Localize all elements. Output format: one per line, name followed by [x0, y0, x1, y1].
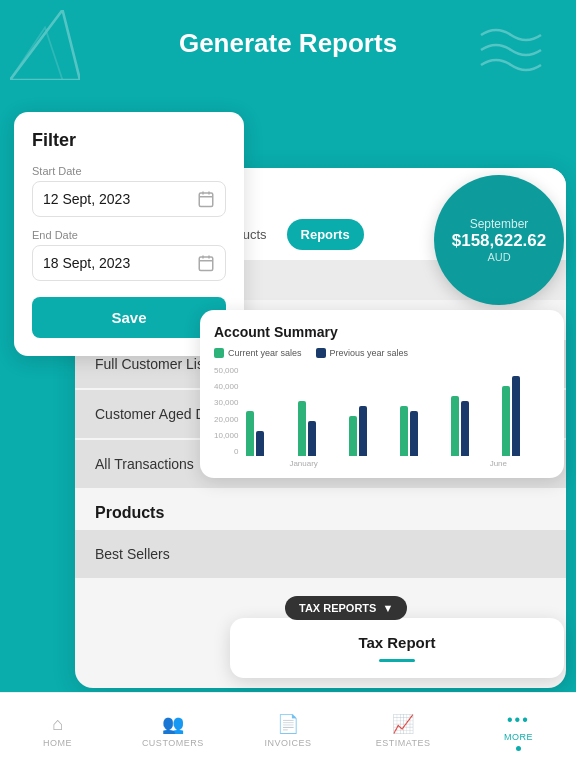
nav-more[interactable]: ••• MORE [461, 711, 576, 751]
x-label-jan: January [289, 459, 317, 468]
y-label-6: 0 [214, 447, 238, 456]
tab-reports[interactable]: Reports [287, 219, 364, 250]
september-label: September [470, 217, 529, 231]
tax-report-divider [379, 659, 415, 662]
end-date-label: End Date [32, 229, 226, 241]
legend-previous-label: Previous year sales [330, 348, 409, 358]
tax-reports-button[interactable]: TAX REPORTS ▼ [285, 596, 407, 620]
nav-estimates[interactable]: 📈 ESTIMATES [346, 713, 461, 748]
estimates-icon: 📈 [392, 713, 414, 735]
bar-navy-1 [256, 431, 264, 456]
filter-title: Filter [32, 130, 226, 151]
legend-navy-dot [316, 348, 326, 358]
bar-green-1 [246, 411, 254, 456]
y-label-3: 30,000 [214, 398, 238, 407]
start-date-label: Start Date [32, 165, 226, 177]
account-summary-card: Account Summary Current year sales Previ… [200, 310, 564, 478]
september-bubble: September $158,622.62 AUD [434, 175, 564, 305]
tax-report-title: Tax Report [246, 634, 548, 651]
bar-green-5 [451, 396, 459, 456]
chart-y-labels: 50,000 40,000 30,000 20,000 10,000 0 [214, 366, 238, 456]
bar-green-4 [400, 406, 408, 456]
bottom-nav: ⌂ HOME 👥 CUSTOMERS 📄 INVOICES 📈 ESTIMATE… [0, 692, 576, 768]
page-title: Generate Reports [0, 28, 576, 59]
bar-navy-2 [308, 421, 316, 456]
more-dots-icon: ••• [507, 711, 530, 729]
best-sellers-item[interactable]: Best Sellers [75, 530, 566, 578]
bar-group-5 [451, 396, 499, 456]
legend-row: Current year sales Previous year sales [214, 348, 550, 358]
september-amount: $158,622.62 [452, 231, 547, 251]
invoices-icon: 📄 [277, 713, 299, 735]
end-date-value: 18 Sept, 2023 [43, 255, 130, 271]
end-date-calendar-icon [197, 254, 215, 272]
nav-home[interactable]: ⌂ HOME [0, 714, 115, 748]
home-icon: ⌂ [52, 714, 63, 735]
bar-group-4 [400, 406, 448, 456]
bar-group-3 [349, 406, 397, 456]
legend-green-dot [214, 348, 224, 358]
y-label-1: 50,000 [214, 366, 238, 375]
start-date-row[interactable]: 12 Sept, 2023 [32, 181, 226, 217]
bar-green-3 [349, 416, 357, 456]
start-date-calendar-icon [197, 190, 215, 208]
bar-navy-5 [461, 401, 469, 456]
bar-navy-3 [359, 406, 367, 456]
tax-report-card: Tax Report [230, 618, 564, 678]
products-section-header: Products [75, 490, 566, 530]
legend-current-label: Current year sales [228, 348, 302, 358]
bar-green-6 [502, 386, 510, 456]
legend-current-year: Current year sales [214, 348, 302, 358]
nav-invoices-label: INVOICES [265, 738, 312, 748]
bar-group-2 [298, 401, 346, 456]
start-date-value: 12 Sept, 2023 [43, 191, 130, 207]
nav-home-label: HOME [43, 738, 72, 748]
svg-rect-6 [199, 257, 213, 271]
tax-reports-label: TAX REPORTS [299, 602, 376, 614]
nav-more-label: MORE [504, 732, 533, 742]
nav-customers-label: CUSTOMERS [142, 738, 204, 748]
tax-reports-chevron-icon: ▼ [382, 602, 393, 614]
nav-estimates-label: ESTIMATES [376, 738, 431, 748]
svg-rect-2 [199, 193, 213, 207]
nav-customers[interactable]: 👥 CUSTOMERS [115, 713, 230, 748]
bar-navy-4 [410, 411, 418, 456]
customers-icon: 👥 [162, 713, 184, 735]
account-summary-title: Account Summary [214, 324, 550, 340]
bar-group-6 [502, 376, 550, 456]
legend-previous-year: Previous year sales [316, 348, 409, 358]
chart-x-labels: January June [246, 459, 550, 468]
save-button[interactable]: Save [32, 297, 226, 338]
bar-green-2 [298, 401, 306, 456]
y-label-2: 40,000 [214, 382, 238, 391]
y-label-5: 10,000 [214, 431, 238, 440]
nav-active-indicator [516, 746, 521, 751]
nav-invoices[interactable]: 📄 INVOICES [230, 713, 345, 748]
chart-area [246, 366, 550, 456]
bar-navy-6 [512, 376, 520, 456]
x-label-jun: June [490, 459, 507, 468]
end-date-row[interactable]: 18 Sept, 2023 [32, 245, 226, 281]
y-label-4: 20,000 [214, 415, 238, 424]
september-currency: AUD [487, 251, 510, 263]
bar-group-1 [246, 411, 294, 456]
